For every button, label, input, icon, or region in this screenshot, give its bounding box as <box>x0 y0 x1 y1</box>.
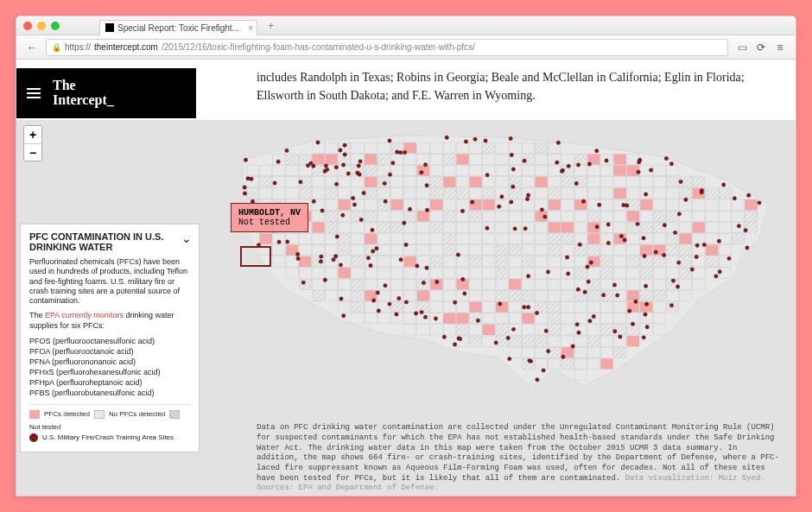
county-cell[interactable] <box>574 302 587 313</box>
training-site-marker[interactable] <box>578 243 581 246</box>
training-site-marker[interactable] <box>583 290 587 294</box>
training-site-marker[interactable] <box>543 215 547 218</box>
county-cell[interactable] <box>430 222 442 232</box>
county-cell[interactable] <box>522 142 534 153</box>
county-cell[interactable] <box>574 222 587 232</box>
county-cell[interactable] <box>352 234 364 244</box>
county-cell[interactable] <box>706 234 718 244</box>
county-cell[interactable] <box>496 290 508 300</box>
training-site-marker[interactable] <box>702 243 706 246</box>
training-site-marker[interactable] <box>540 208 543 212</box>
county-cell[interactable] <box>574 358 587 369</box>
training-site-marker[interactable] <box>542 369 545 372</box>
county-cell[interactable] <box>456 325 468 335</box>
training-site-marker[interactable] <box>470 200 473 204</box>
county-cell[interactable] <box>483 199 495 210</box>
training-site-marker[interactable] <box>622 203 625 206</box>
county-cell[interactable] <box>456 290 468 300</box>
county-cell[interactable] <box>299 268 311 278</box>
training-site-marker[interactable] <box>586 265 589 269</box>
training-site-marker[interactable] <box>523 306 526 309</box>
training-site-marker[interactable] <box>404 300 408 304</box>
county-cell[interactable] <box>640 177 652 187</box>
county-cell[interactable] <box>404 290 416 300</box>
county-cell[interactable] <box>326 154 338 164</box>
training-site-marker[interactable] <box>567 164 570 168</box>
county-cell[interactable] <box>666 222 678 232</box>
county-cell[interactable] <box>404 211 416 221</box>
county-cell[interactable] <box>404 325 416 335</box>
training-site-marker[interactable] <box>335 235 339 238</box>
training-site-marker[interactable] <box>460 209 464 212</box>
county-cell[interactable] <box>653 256 665 267</box>
county-cell[interactable] <box>666 256 678 267</box>
county-cell[interactable] <box>509 177 521 187</box>
county-cell[interactable] <box>549 268 561 278</box>
county-cell[interactable] <box>326 199 338 210</box>
county-cell[interactable] <box>706 222 718 232</box>
county-cell[interactable] <box>561 154 574 164</box>
county-cell[interactable] <box>470 325 482 335</box>
county-cell[interactable] <box>377 234 390 244</box>
county-cell[interactable] <box>483 302 495 313</box>
county-cell[interactable] <box>312 154 324 164</box>
training-site-marker[interactable] <box>690 268 694 271</box>
county-cell[interactable] <box>574 188 587 199</box>
training-site-marker[interactable] <box>333 255 337 258</box>
county-cell[interactable] <box>260 188 272 199</box>
training-site-marker[interactable] <box>526 306 530 309</box>
county-cell[interactable] <box>430 154 442 164</box>
county-cell[interactable] <box>600 325 612 335</box>
training-site-marker[interactable] <box>654 250 657 254</box>
training-site-marker[interactable] <box>556 141 560 144</box>
county-cell[interactable] <box>549 166 561 176</box>
county-cell[interactable] <box>390 188 403 199</box>
training-site-marker[interactable] <box>332 257 335 261</box>
training-site-marker[interactable] <box>595 224 599 228</box>
training-site-marker[interactable] <box>676 261 680 264</box>
county-cell[interactable] <box>404 234 416 244</box>
county-cell[interactable] <box>509 234 521 244</box>
training-site-marker[interactable] <box>250 177 253 180</box>
training-site-marker[interactable] <box>403 150 406 154</box>
county-cell[interactable] <box>443 154 455 164</box>
training-site-marker[interactable] <box>526 274 530 277</box>
training-site-marker[interactable] <box>513 227 517 231</box>
county-cell[interactable] <box>390 268 403 278</box>
training-site-marker[interactable] <box>422 281 425 284</box>
county-cell[interactable] <box>483 279 495 289</box>
county-cell[interactable] <box>443 245 455 256</box>
county-cell[interactable] <box>339 177 351 187</box>
county-cell[interactable] <box>326 188 338 199</box>
county-cell[interactable] <box>693 211 705 221</box>
county-cell[interactable] <box>273 256 285 267</box>
county-cell[interactable] <box>666 290 678 300</box>
county-cell[interactable] <box>706 256 718 267</box>
county-cell[interactable] <box>286 177 298 187</box>
zoom-in-button[interactable]: + <box>24 126 41 143</box>
county-cell[interactable] <box>536 347 548 357</box>
training-site-marker[interactable] <box>351 196 354 199</box>
county-cell[interactable] <box>456 154 468 164</box>
county-cell[interactable] <box>365 268 377 278</box>
county-cell[interactable] <box>666 177 678 187</box>
training-site-marker[interactable] <box>638 161 641 164</box>
county-cell[interactable] <box>693 199 705 210</box>
training-site-marker[interactable] <box>644 284 647 288</box>
county-cell[interactable] <box>483 142 495 153</box>
county-cell[interactable] <box>719 211 731 221</box>
county-cell[interactable] <box>549 347 561 357</box>
county-cell[interactable] <box>719 199 731 210</box>
county-cell[interactable] <box>574 370 587 381</box>
county-cell[interactable] <box>470 154 482 164</box>
training-site-marker[interactable] <box>619 335 622 338</box>
training-site-marker[interactable] <box>625 204 629 207</box>
training-site-marker[interactable] <box>574 181 578 185</box>
county-cell[interactable] <box>600 199 612 210</box>
county-cell[interactable] <box>299 166 311 176</box>
county-cell[interactable] <box>640 199 652 210</box>
county-cell[interactable] <box>352 142 364 153</box>
training-site-marker[interactable] <box>243 192 246 195</box>
county-cell[interactable] <box>627 177 639 187</box>
county-cell[interactable] <box>522 245 534 256</box>
